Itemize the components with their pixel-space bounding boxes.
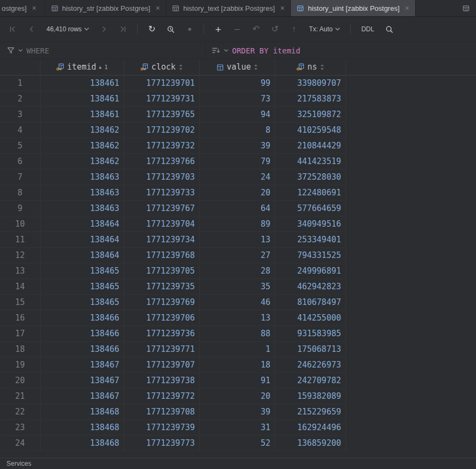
delete-row-button[interactable]: − [230, 22, 244, 36]
row-number[interactable]: 22 [0, 404, 40, 420]
cell-ns[interactable]: 441423519 [275, 154, 346, 169]
row-number[interactable]: 24 [0, 436, 40, 451]
cell-clock[interactable]: 1771239703 [124, 169, 200, 185]
column-header-itemid[interactable]: itemid▲1 [40, 59, 124, 75]
cell-clock[interactable]: 1771239704 [124, 216, 200, 232]
cell-itemid[interactable]: 138462 [40, 154, 124, 169]
cell-itemid[interactable]: 138466 [40, 310, 124, 326]
cell-ns[interactable]: 162924496 [275, 420, 346, 436]
row-number[interactable]: 15 [0, 295, 40, 310]
reload-button[interactable]: ↻ [145, 22, 159, 36]
cell-itemid[interactable]: 138467 [40, 357, 124, 373]
cell-value[interactable]: 89 [200, 216, 275, 232]
cell-value[interactable]: 39 [200, 404, 275, 420]
cell-ns[interactable]: 215229659 [275, 404, 346, 420]
cell-clock[interactable]: 1771239771 [124, 342, 200, 357]
cell-value[interactable]: 39 [200, 138, 275, 154]
row-number[interactable]: 5 [0, 138, 40, 154]
cell-ns[interactable]: 462942823 [275, 279, 346, 295]
row-number[interactable]: 21 [0, 389, 40, 404]
previous-page-button[interactable] [24, 22, 38, 36]
cell-value[interactable]: 24 [200, 169, 275, 185]
cell-ns[interactable]: 414255000 [275, 310, 346, 326]
row-number[interactable]: 1 [0, 76, 40, 91]
row-number[interactable]: 6 [0, 154, 40, 169]
cell-clock[interactable]: 1771239735 [124, 279, 200, 295]
cell-ns[interactable]: 253349401 [275, 232, 346, 248]
cell-clock[interactable]: 1771239765 [124, 107, 200, 123]
submit-button[interactable]: ↑ [287, 22, 301, 36]
cell-itemid[interactable]: 138462 [40, 123, 124, 138]
cell-value[interactable]: 28 [200, 263, 275, 279]
rows-count-selector[interactable]: 46,410 rows [43, 22, 92, 36]
last-page-button[interactable] [116, 22, 130, 36]
cell-clock[interactable]: 1771239739 [124, 420, 200, 436]
cell-clock[interactable]: 1771239767 [124, 201, 200, 216]
cell-itemid[interactable]: 138461 [40, 91, 124, 107]
cell-clock[interactable]: 1771239708 [124, 404, 200, 420]
cell-ns[interactable]: 249996891 [275, 263, 346, 279]
cell-itemid[interactable]: 138465 [40, 279, 124, 295]
tab-clipped-left[interactable]: ostgres] × [0, 0, 45, 16]
tab-close-icon[interactable]: × [32, 4, 36, 12]
cell-value[interactable]: 46 [200, 295, 275, 310]
cell-clock[interactable]: 1771239707 [124, 357, 200, 373]
cell-itemid[interactable]: 138465 [40, 263, 124, 279]
row-number[interactable]: 4 [0, 123, 40, 138]
cell-itemid[interactable]: 138464 [40, 248, 124, 263]
cell-value[interactable]: 13 [200, 310, 275, 326]
cell-ns[interactable]: 794331525 [275, 248, 346, 263]
cell-value[interactable]: 79 [200, 154, 275, 169]
cell-value[interactable]: 91 [200, 373, 275, 389]
tab-clipped-right[interactable] [455, 0, 476, 16]
row-number[interactable]: 3 [0, 107, 40, 123]
cell-itemid[interactable]: 138465 [40, 295, 124, 310]
row-number[interactable]: 13 [0, 263, 40, 279]
tab-history-uint[interactable]: history_uint [zabbix Postgres] × [291, 0, 416, 16]
cell-ns[interactable]: 931583985 [275, 326, 346, 342]
cell-ns[interactable]: 339809707 [275, 76, 346, 91]
revert-changes-button[interactable]: ↺ [268, 22, 282, 36]
cell-ns[interactable]: 340949516 [275, 216, 346, 232]
cell-ns[interactable]: 210844429 [275, 138, 346, 154]
cell-ns[interactable]: 810678497 [275, 295, 346, 310]
cell-clock[interactable]: 1771239769 [124, 295, 200, 310]
next-page-button[interactable] [97, 22, 111, 36]
cell-clock[interactable]: 1771239701 [124, 76, 200, 91]
cell-itemid[interactable]: 138468 [40, 420, 124, 436]
cell-ns[interactable]: 246226973 [275, 357, 346, 373]
row-number[interactable]: 19 [0, 357, 40, 373]
first-page-button[interactable] [5, 22, 19, 36]
cell-value[interactable]: 52 [200, 436, 275, 451]
cell-itemid[interactable]: 138463 [40, 169, 124, 185]
cell-ns[interactable]: 217583873 [275, 91, 346, 107]
cell-clock[interactable]: 1771239702 [124, 123, 200, 138]
services-toolwindow-button[interactable]: Services [6, 460, 31, 467]
cell-itemid[interactable]: 138461 [40, 76, 124, 91]
cell-itemid[interactable]: 138466 [40, 342, 124, 357]
cell-clock[interactable]: 1771239731 [124, 91, 200, 107]
cell-clock[interactable]: 1771239772 [124, 389, 200, 404]
cell-itemid[interactable]: 138468 [40, 404, 124, 420]
column-header-value[interactable]: value [200, 59, 275, 75]
tab-history-str[interactable]: history_str [zabbix Postgres] × [45, 0, 166, 16]
row-number[interactable]: 9 [0, 201, 40, 216]
row-number[interactable]: 7 [0, 169, 40, 185]
row-number[interactable]: 12 [0, 248, 40, 263]
cell-ns[interactable]: 325109872 [275, 107, 346, 123]
cell-value[interactable]: 73 [200, 91, 275, 107]
column-header-ns[interactable]: ns [275, 59, 346, 75]
cell-ns[interactable]: 159382089 [275, 389, 346, 404]
cell-ns[interactable]: 577664659 [275, 201, 346, 216]
row-number[interactable]: 11 [0, 232, 40, 248]
query-preview-button[interactable] [164, 22, 178, 36]
cell-clock[interactable]: 1771239706 [124, 310, 200, 326]
row-number[interactable]: 2 [0, 91, 40, 107]
cell-ns[interactable]: 410259548 [275, 123, 346, 138]
cell-value[interactable]: 1 [200, 342, 275, 357]
cell-value[interactable]: 20 [200, 389, 275, 404]
stop-button[interactable]: ■ [182, 22, 196, 36]
cell-clock[interactable]: 1771239705 [124, 263, 200, 279]
cell-ns[interactable]: 122480691 [275, 185, 346, 201]
cell-itemid[interactable]: 138462 [40, 138, 124, 154]
